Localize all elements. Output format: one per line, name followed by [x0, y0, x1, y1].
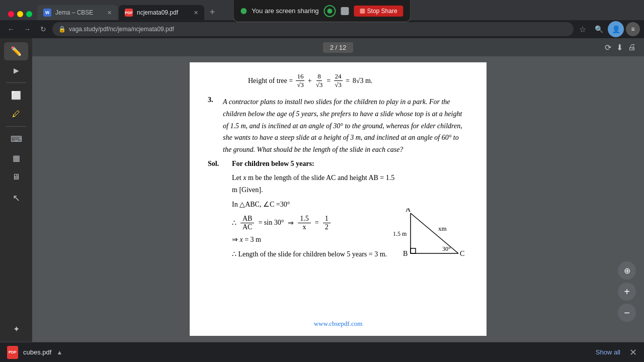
- tab-close-pdf[interactable]: ✕: [194, 10, 198, 16]
- stop-square-icon: [360, 9, 365, 14]
- download-icon[interactable]: ⬇: [616, 43, 623, 52]
- tab-favicon-pdf: PDF: [125, 9, 133, 17]
- plus-sign: +: [308, 77, 312, 85]
- eq-sin30: = sin 30°: [258, 219, 284, 227]
- page-indicator: 2 / 12: [323, 42, 354, 53]
- question-3-container: 3. A contractor plans to install two sli…: [208, 96, 468, 156]
- svg-line-2: [411, 213, 458, 253]
- download-bar: PDF cubes.pdf ▲ Show all ✕: [0, 342, 644, 362]
- frac-x: x: [301, 223, 308, 231]
- zoom-fit-button[interactable]: ⊕: [618, 261, 636, 280]
- pdf-page: Height of tree = 16 √3 + 8 √3 = 24 √3: [190, 62, 487, 336]
- pdf-scroll-area[interactable]: Height of tree = 16 √3 + 8 √3 = 24 √3: [32, 56, 644, 342]
- tool-separator-2: [6, 126, 26, 127]
- triangle-svg: A B C xm 1.5 m 30°: [368, 208, 468, 263]
- tab-favicon-wordpress: W: [43, 9, 51, 17]
- window-controls: [4, 11, 36, 17]
- svg-rect-3: [411, 248, 416, 253]
- sol-line1: Let x m be the length of the slide AC an…: [232, 172, 468, 184]
- pdf-toolbar: 2 / 12 ⟳ ⬇ 🖨: [32, 38, 644, 56]
- fraction-24-sqrt3: 24 √3: [334, 72, 343, 89]
- frac-ab: AB: [240, 215, 254, 223]
- tab-jema-cbse[interactable]: W Jema – CBSE ✕: [37, 5, 118, 20]
- height-label: Height of tree =: [248, 77, 293, 85]
- keyboard-tool[interactable]: ⌨: [4, 130, 28, 148]
- tab-title-pdf: ncjemata09.pdf: [137, 9, 190, 16]
- refresh-pdf-icon[interactable]: ⟳: [605, 43, 611, 52]
- url-text: vaga.study/pdf/nc/jema/ncjemata09.pdf: [69, 26, 174, 33]
- zoom-in-button[interactable]: +: [618, 283, 636, 301]
- pen-tool[interactable]: ✏️: [4, 42, 28, 60]
- frac-num-8: 8: [316, 72, 322, 81]
- sharing-circle-icon: [324, 5, 336, 17]
- label-C: C: [460, 250, 464, 257]
- frac-ac: AC: [240, 223, 254, 231]
- show-all-button[interactable]: Show all: [596, 348, 620, 356]
- question-text: A contractor plans to install two slides…: [223, 96, 468, 156]
- refresh-button[interactable]: ↻: [36, 22, 50, 36]
- profile-avatar[interactable]: 👤: [608, 21, 624, 37]
- fraction-8-sqrt3: 8 √3: [315, 72, 324, 89]
- arrow-1: ⇒: [288, 219, 294, 227]
- minimize-button[interactable]: [17, 11, 23, 17]
- tab-close-jema[interactable]: ✕: [107, 10, 112, 16]
- website-footer[interactable]: www.cbsepdf.com: [190, 320, 487, 328]
- sol-subtitle: For children below 5 years:: [232, 160, 314, 168]
- sol-header: Sol. For children below 5 years:: [208, 160, 468, 168]
- tool-separator-1: [6, 82, 26, 83]
- label-A: A: [406, 208, 411, 213]
- arrow-tool[interactable]: ▶: [4, 61, 28, 79]
- sol-line1b: m [Given].: [232, 184, 468, 196]
- forward-button[interactable]: →: [20, 22, 34, 36]
- equals-1: =: [327, 77, 331, 85]
- triangle-diagram: A B C xm 1.5 m 30°: [368, 208, 468, 265]
- frac-den-sqrt3-1: √3: [296, 81, 305, 89]
- highlighter-tool[interactable]: 🖊: [4, 105, 28, 123]
- height-equation: Height of tree = 16 √3 + 8 √3 = 24 √3: [208, 72, 468, 89]
- screen-tool[interactable]: 🖥: [4, 168, 28, 186]
- zoom-out-button[interactable]: −: [618, 304, 636, 322]
- frac-den-sqrt3-2: √3: [315, 81, 324, 89]
- frac-1.5: 1.5: [298, 215, 311, 223]
- sol-line2: In △ABC, ∠C =30°: [232, 200, 468, 209]
- eraser-tool[interactable]: ⬜: [4, 86, 28, 104]
- close-button[interactable]: [8, 11, 14, 17]
- fraction-16-sqrt3: 16 √3: [296, 72, 305, 89]
- frac-2: 2: [323, 223, 331, 231]
- tab-title-jema: Jema – CBSE: [55, 9, 103, 16]
- address-bar-row: ← → ↻ 🔒 vaga.study/pdf/nc/jema/ncjemata0…: [0, 20, 644, 38]
- stop-share-button[interactable]: Stop Share: [354, 6, 404, 17]
- sharing-text: You are screen sharing: [252, 7, 318, 15]
- cursor-tool[interactable]: ↖: [4, 189, 28, 207]
- label-height: 1.5 m: [393, 230, 407, 237]
- search-icon[interactable]: 🔍: [592, 22, 606, 36]
- download-filename[interactable]: cubes.pdf: [23, 348, 51, 356]
- download-chevron[interactable]: ▲: [56, 349, 62, 356]
- therefore-symbol-1: ∴: [232, 219, 236, 227]
- pdf-file-icon: PDF: [7, 346, 18, 359]
- move-tool[interactable]: ✦: [4, 320, 28, 338]
- fraction-1.5-x: 1.5 x: [298, 215, 311, 231]
- print-icon[interactable]: 🖨: [628, 43, 636, 52]
- drawing-toolbar: ✏️ ▶ ⬜ 🖊 ⌨ ▦ 🖥 ↖ ✦: [0, 38, 32, 342]
- question-number: 3.: [208, 96, 220, 156]
- table-tool[interactable]: ▦: [4, 149, 28, 167]
- frac-num-16: 16: [296, 72, 304, 81]
- fraction-ab-ac: AB AC: [240, 215, 254, 231]
- bookmark-icon[interactable]: ☆: [576, 22, 590, 36]
- download-bar-close[interactable]: ✕: [629, 347, 637, 358]
- address-input[interactable]: 🔒 vaga.study/pdf/nc/jema/ncjemata09.pdf: [52, 22, 574, 36]
- label-angle: 30°: [442, 245, 451, 252]
- new-tab-button[interactable]: +: [205, 5, 219, 19]
- sharing-shield-icon: [341, 7, 349, 15]
- pdf-viewer: 2 / 12 ⟳ ⬇ 🖨 Height of tree = 16 √3 +: [32, 38, 644, 342]
- extension-icon[interactable]: ≡: [626, 22, 640, 36]
- frac-1: 1: [323, 215, 331, 223]
- tab-pdf[interactable]: PDF ncjemata09.pdf ✕: [119, 5, 204, 20]
- frac-num-24: 24: [334, 72, 343, 81]
- back-button[interactable]: ←: [4, 22, 18, 36]
- maximize-button[interactable]: [26, 11, 32, 17]
- sharing-indicator-dot: [240, 8, 247, 14]
- equals-2: =: [346, 77, 350, 85]
- screen-sharing-banner: You are screen sharing Stop Share: [233, 0, 411, 22]
